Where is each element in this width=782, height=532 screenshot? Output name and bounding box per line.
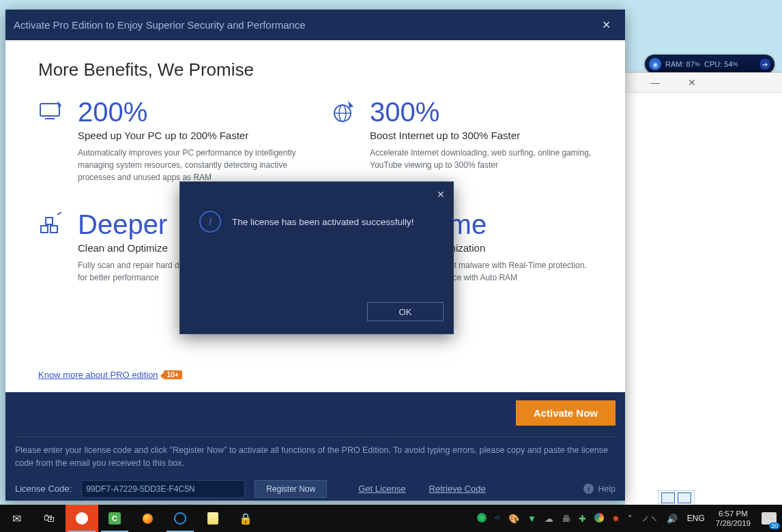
modal-message: The license has been activated successfu… (232, 217, 414, 227)
divider (15, 437, 616, 437)
instructions-text: Please enter your license code and click… (15, 444, 616, 471)
gauge-expand-icon[interactable]: ➔ (759, 59, 770, 70)
tray-bluetooth-icon[interactable]: ⌔ (495, 514, 500, 524)
tray-icon-1[interactable] (477, 513, 487, 524)
bgwin-close-icon[interactable]: ✕ (678, 74, 706, 91)
tray-wifi-icon[interactable]: ⟋⟍ (641, 514, 658, 524)
perf-gauge[interactable]: ◉ RAM: 87 % CPU: 54 % ➔ (645, 55, 774, 74)
tray-up-icon[interactable]: ˄ (628, 514, 633, 524)
tray-palette-icon[interactable]: 🎨 (508, 514, 519, 524)
benefit-big: 200% (78, 98, 300, 125)
tray-onedrive-icon[interactable]: ☁ (545, 514, 553, 524)
ram-label: RAM: (665, 60, 684, 68)
success-modal: ✕ i The license has been activated succe… (179, 181, 454, 334)
titlebar: Activate Pro Edition to Enjoy Superior S… (5, 10, 625, 40)
action-center-icon[interactable]: 20 (756, 505, 782, 532)
svg-rect-0 (40, 104, 59, 116)
retrieve-code-link[interactable]: Retrieve Code (429, 484, 486, 494)
tray-circle-icon[interactable] (594, 513, 604, 524)
close-icon[interactable]: ✕ (598, 18, 614, 31)
view-list-icon[interactable] (661, 492, 675, 503)
notification-count: 20 (769, 522, 780, 529)
license-code-label: License Code: (15, 484, 72, 494)
benefit-internet: 300% Boost Internet up to 300% Faster Ac… (330, 98, 592, 183)
svg-rect-6 (50, 226, 57, 233)
bgwin-view-toggle[interactable] (658, 490, 695, 505)
benefit-sub: Boost Internet up to 300% Faster (370, 130, 592, 141)
tray-shield-icon[interactable]: ▼ (527, 514, 536, 524)
taskbar-asc-icon[interactable] (164, 505, 197, 532)
taskbar-date: 7/28/2019 (716, 518, 751, 528)
taskbar-notes-icon[interactable] (197, 505, 229, 532)
gauge-icon: ◉ (649, 58, 661, 70)
get-license-link[interactable]: Get License (358, 484, 405, 494)
cpu-value: 54 (724, 60, 732, 68)
taskbar-store-icon[interactable]: 🛍 (33, 505, 66, 532)
taskbar-lock-icon[interactable]: 🔒 (229, 505, 262, 532)
benefit-speedup: 200% Speed up Your PC up to 200% Faster … (38, 98, 300, 183)
globe-rocket-icon (330, 98, 358, 125)
bgwin-minimize-icon[interactable]: — (641, 74, 669, 91)
broom-icon (38, 211, 66, 238)
svg-rect-7 (46, 218, 53, 224)
taskbar-camtasia-icon[interactable]: C (98, 505, 131, 532)
language-indicator[interactable]: ENG (682, 514, 710, 523)
page-heading: More Benefits, We Promise (38, 59, 592, 80)
taskbar: ✉ 🛍 C 🔒 ⌔ 🎨 ▼ ☁ 🖶 ✚ ✸ ˄ ⟋⟍ 🔊 (0, 505, 782, 532)
cpu-pct: % (733, 61, 738, 68)
info-icon: i (583, 484, 594, 494)
taskbar-firefox-icon[interactable] (131, 505, 164, 532)
know-more-badge: 10+ (164, 370, 182, 379)
modal-close-icon[interactable]: ✕ (437, 189, 445, 200)
benefit-desc: Accelerate Internet downloading, web sur… (370, 147, 592, 171)
taskbar-mail-icon[interactable]: ✉ (0, 505, 33, 532)
ram-pct: % (695, 61, 700, 68)
modal-ok-button[interactable]: OK (367, 302, 444, 321)
benefit-desc: Automatically improves your PC performan… (78, 147, 300, 183)
activate-now-button[interactable]: Activate Now (516, 400, 616, 426)
taskbar-clock[interactable]: 6:57 PM 7/28/2019 (710, 509, 756, 529)
view-grid-icon[interactable] (678, 492, 691, 503)
footer-area: Activate Now Please enter your license c… (5, 392, 625, 501)
help-link[interactable]: i Help (583, 484, 616, 494)
monitor-rocket-icon (38, 98, 66, 125)
info-circle-icon: i (199, 211, 221, 233)
tray-printer-icon[interactable]: 🖶 (562, 514, 570, 524)
benefit-sub: Speed up Your PC up to 200% Faster (78, 130, 300, 141)
tray-defender-icon[interactable]: ✚ (579, 514, 586, 524)
svg-rect-5 (41, 226, 48, 233)
help-label: Help (598, 484, 616, 494)
window-title: Activate Pro Edition to Enjoy Superior S… (14, 19, 306, 31)
background-window: — ✕ (624, 72, 782, 506)
know-more-link[interactable]: Know more about PRO edition (38, 370, 158, 380)
register-now-button[interactable]: Register Now (255, 480, 327, 498)
taskbar-opera-icon[interactable] (66, 505, 98, 532)
tray-net-icon[interactable]: ✸ (612, 514, 620, 524)
tray-volume-icon[interactable]: 🔊 (667, 514, 678, 524)
system-tray: ⌔ 🎨 ▼ ☁ 🖶 ✚ ✸ ˄ ⟋⟍ 🔊 (473, 513, 682, 524)
benefit-big: 300% (370, 98, 592, 125)
taskbar-time: 6:57 PM (716, 509, 751, 518)
cpu-label: CPU: (704, 60, 722, 68)
ram-value: 87 (686, 60, 695, 68)
license-code-input[interactable] (81, 480, 245, 498)
